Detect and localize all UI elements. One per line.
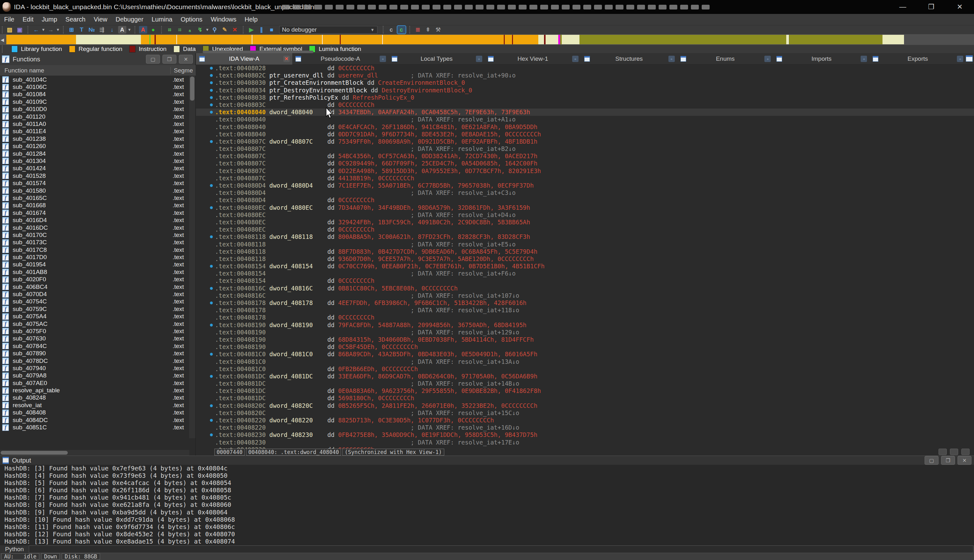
breakpoint-dot[interactable]: [210, 184, 213, 187]
breakpoint-dot[interactable]: [210, 103, 213, 106]
menu-edit[interactable]: Edit: [18, 14, 37, 25]
toolbar-dropdown-arrow[interactable]: ▼: [128, 28, 131, 32]
tab-state-icon[interactable]: ▫: [764, 56, 771, 62]
close-button[interactable]: ✕: [946, 0, 974, 14]
functions-panel-titlebar[interactable]: f Functions ▢ ❐ ✕: [0, 53, 195, 65]
function-row[interactable]: fsub_401AB8.text: [0, 268, 189, 275]
undefine-icon[interactable]: ✕: [231, 26, 239, 33]
navband-left-arrow-icon[interactable]: ◀: [1, 37, 4, 42]
tab-imports[interactable]: Imports▫: [773, 53, 869, 65]
disasm-line[interactable]: .text:00408038 ptr_RefreshPolicyEx dd Re…: [196, 94, 974, 101]
names-icon[interactable]: A: [118, 26, 126, 33]
disasm-line[interactable]: .text:00408118 dd 8BF7D883h, 0B427D7CDh,…: [196, 248, 974, 255]
disasm-line[interactable]: .text:004081DC dd 5698180Ch, 0CCCCCCCCh: [196, 395, 974, 402]
problems-icon[interactable]: A: [139, 26, 147, 33]
function-row[interactable]: fsub_40170C.text: [0, 231, 189, 238]
disasm-line[interactable]: .text:00408118 dword_408118 dd 800AB8A5h…: [196, 233, 974, 240]
disasm-line[interactable]: .text:004080EC dword_4080EC dd 7D34A070h…: [196, 204, 974, 211]
function-row[interactable]: fsub_401238.text: [0, 135, 189, 142]
disasm-line[interactable]: .text:00408154 ; DATA XREF: resolve_iat+…: [196, 270, 974, 277]
function-row[interactable]: fsub_401528.text: [0, 172, 189, 179]
function-row[interactable]: fsub_40173C.text: [0, 239, 189, 246]
python-input[interactable]: [29, 545, 973, 553]
create-data-icon[interactable]: ⌗: [176, 26, 184, 33]
disasm-line[interactable]: .text:00408190 dword_408190 dd 79FAC8FDh…: [196, 322, 974, 329]
disasm-line[interactable]: .text:00408220 dword_408220 dd 8825D713h…: [196, 417, 974, 424]
disasm-line[interactable]: .text:0040807C dd 44138B19h, 0CCCCCCCCh: [196, 175, 974, 182]
breakpoint-dot[interactable]: [210, 433, 213, 436]
disasm-line[interactable]: .text:0040820C dword_40820C dd 0B5265F5C…: [196, 402, 974, 409]
function-row[interactable]: fresolve_api_table.text: [0, 387, 189, 394]
disasm-line[interactable]: .text:004080D4 dword_4080D4 dd 7C1EEF7Eh…: [196, 182, 974, 189]
function-row[interactable]: fsub_40784C.text: [0, 342, 189, 350]
tab-pseudocode-a[interactable]: Pseudocode-A▫: [292, 53, 389, 65]
menu-lumina[interactable]: Lumina: [147, 14, 177, 25]
breakpoint-dot[interactable]: [210, 74, 213, 77]
function-row[interactable]: fsub_408248.text: [0, 394, 189, 402]
function-row[interactable]: fsub_4078DC.text: [0, 357, 189, 365]
disasm-line[interactable]: .text:00408190 ; DATA XREF: resolve_iat+…: [196, 329, 974, 336]
disasm-graph-icon[interactable]: [939, 448, 947, 455]
debug-start-icon[interactable]: ▶: [247, 26, 256, 33]
tab-structures[interactable]: Structures▫: [581, 53, 677, 65]
disasm-line[interactable]: .text:00408154 dd 0CCCCCCCCh: [196, 277, 974, 285]
menu-windows[interactable]: Windows: [206, 14, 241, 25]
disasm-line[interactable]: .text:0040807C dword_40807C dd 75349FF0h…: [196, 138, 974, 145]
disasm-lock-icon[interactable]: [950, 448, 958, 455]
function-row[interactable]: fsub_407630.text: [0, 335, 189, 342]
function-row[interactable]: fsub_406BC4.text: [0, 283, 189, 290]
tab-local-types[interactable]: Local Types▫: [389, 53, 485, 65]
disasm-line[interactable]: .text:00408178 dword_408178 dd 4EE7FDDh,…: [196, 299, 974, 307]
disasm-line[interactable]: .text:00408040 dd 0DD7C91DAh, 9F6D7734h,…: [196, 131, 974, 138]
function-row[interactable]: fsub_40165C.text: [0, 194, 189, 202]
disasm-line[interactable]: .text:00408030 ptr_CreateEnvironmentBloc…: [196, 79, 974, 87]
function-row[interactable]: fsub_401284.text: [0, 150, 189, 157]
function-row[interactable]: fsub_4017C8.text: [0, 246, 189, 253]
function-row[interactable]: fsub_401668.text: [0, 202, 189, 209]
function-row[interactable]: fsub_4070D4.text: [0, 290, 189, 298]
function-row[interactable]: fsub_407890.text: [0, 350, 189, 357]
debugger-select[interactable]: No debugger▼: [279, 26, 378, 33]
function-row[interactable]: fsub_4075F0.text: [0, 327, 189, 335]
disasm-line[interactable]: .text:0040816C dword_40816C dd 0B81CC80C…: [196, 285, 974, 292]
breakpoint-dot[interactable]: [210, 140, 213, 143]
column-function-name[interactable]: Function name: [0, 67, 170, 74]
breakpoint-dot[interactable]: [210, 375, 213, 378]
breakpoint-dot[interactable]: [210, 404, 213, 407]
search-again-icon[interactable]: ⇶: [98, 26, 106, 33]
disasm-line[interactable]: .text:0040807C dd 0C9289449h, 66D7F09Fh,…: [196, 160, 974, 167]
function-row[interactable]: fsub_4010D0.text: [0, 106, 189, 113]
function-row[interactable]: fsub_40759C.text: [0, 305, 189, 313]
disasm-line[interactable]: .text:004080D4 dd 0CCCCCCCCh: [196, 197, 974, 204]
function-row[interactable]: fsub_4075A4.text: [0, 313, 189, 320]
function-row[interactable]: fsub_4011A0.text: [0, 120, 189, 128]
menu-help[interactable]: Help: [241, 14, 262, 25]
functions-float-button[interactable]: ❐: [162, 55, 176, 63]
function-row[interactable]: fsub_408408.text: [0, 409, 189, 417]
disasm-line[interactable]: .text:00408230 dword_408230 dd 0FB4275E8…: [196, 431, 974, 438]
tab-state-icon[interactable]: ▫: [572, 56, 578, 62]
function-row[interactable]: fsub_4017D0.text: [0, 253, 189, 261]
function-row[interactable]: fsub_401084.text: [0, 91, 189, 98]
minimize-button[interactable]: —: [889, 0, 917, 14]
search-text-icon[interactable]: T: [78, 26, 86, 33]
tabbar-overflow-icon[interactable]: [966, 55, 973, 62]
disasm-line[interactable]: .text:004080EC dd 329424FBh, 1B3FC59Ch, …: [196, 218, 974, 226]
options-icon[interactable]: ⚒: [434, 26, 442, 33]
disasm-line[interactable]: .text:00408040 dword_408040 dd 34347EBDh…: [196, 108, 974, 116]
disasm-line[interactable]: .text:00408034 ptr_DestroyEnvironmentBlo…: [196, 87, 974, 94]
breakpoint-dot[interactable]: [210, 265, 213, 268]
breakpoint-dot[interactable]: [210, 324, 213, 327]
disasm-line[interactable]: .text:00408178 ; DATA XREF: resolve_iat+…: [196, 307, 974, 314]
functions-close-button[interactable]: ✕: [179, 55, 193, 63]
function-row[interactable]: fsub_407AE0.text: [0, 379, 189, 387]
function-row[interactable]: fsub_401580.text: [0, 187, 189, 194]
navigation-band[interactable]: ◀: [0, 34, 974, 45]
disasm-line[interactable]: .text:00408230 ; DATA XREF: resolve_iat+…: [196, 439, 974, 446]
toolbar-dropdown-arrow[interactable]: ▼: [42, 28, 45, 32]
function-row[interactable]: fsub_4016D4.text: [0, 217, 189, 224]
function-row[interactable]: fsub_401260.text: [0, 143, 189, 150]
open-file-icon[interactable]: ▨: [5, 26, 13, 33]
tab-close-icon[interactable]: ✕: [283, 56, 290, 62]
breakpoint-dot[interactable]: [210, 235, 213, 238]
